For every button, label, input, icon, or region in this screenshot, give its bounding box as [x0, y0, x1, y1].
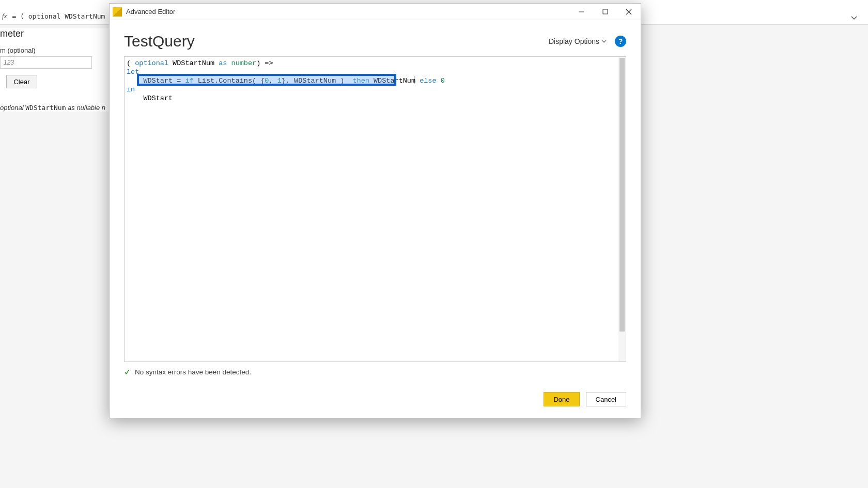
status-bar: ✓ No syntax errors have been detected. [124, 362, 626, 382]
cancel-button[interactable]: Cancel [586, 392, 626, 406]
param-input[interactable] [0, 56, 92, 69]
display-options-dropdown[interactable]: Display Options [549, 37, 607, 45]
parameter-panel: meter m (optional) Clear optional WDStar… [0, 28, 109, 112]
clear-button[interactable]: Clear [6, 75, 37, 88]
code-editor[interactable]: ( optional WDStartNum as number) => let … [124, 56, 626, 362]
signature-text: optional WDStartNum as nullable n [0, 104, 109, 112]
status-text: No syntax errors have been detected. [135, 368, 251, 376]
close-button[interactable] [617, 4, 641, 20]
field-label: m (optional) [0, 46, 109, 54]
check-icon: ✓ [124, 367, 131, 377]
minimize-button[interactable] [569, 4, 593, 20]
fx-icon: fx [2, 12, 7, 20]
formula-text: = ( optional WDStartNum a [12, 12, 109, 20]
svg-rect-1 [603, 9, 608, 14]
text-cursor [414, 76, 414, 84]
app-logo-icon [113, 7, 122, 17]
window-title: Advanced Editor [126, 8, 569, 15]
panel-title: meter [0, 28, 109, 39]
chevron-down-icon[interactable] [849, 13, 859, 23]
done-button[interactable]: Done [544, 392, 579, 406]
maximize-button[interactable] [593, 4, 617, 20]
formula-bar[interactable]: fx = ( optional WDStartNum a [0, 9, 109, 23]
vertical-scrollbar[interactable] [618, 57, 626, 361]
scroll-thumb[interactable] [619, 58, 625, 332]
help-icon[interactable]: ? [615, 36, 626, 47]
query-name: TestQuery [124, 33, 195, 50]
advanced-editor-window: Advanced Editor TestQuery Display Option… [109, 3, 641, 418]
title-bar: Advanced Editor [110, 4, 641, 20]
